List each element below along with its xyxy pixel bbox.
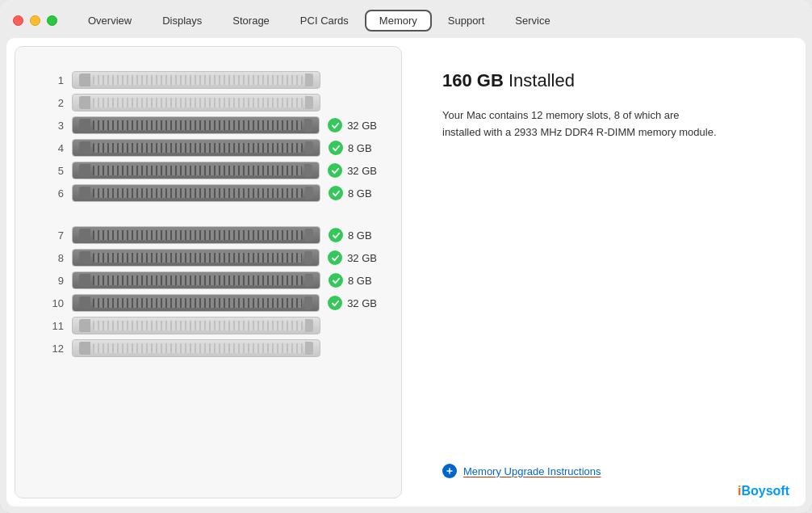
tab-memory[interactable]: Memory [365, 10, 432, 32]
slot-status-8: 32 GB [328, 250, 377, 265]
slot-bar-3 [72, 116, 320, 134]
slot-size-8: 32 GB [347, 252, 377, 264]
slot-size-5: 32 GB [347, 165, 377, 177]
slot-number-2: 2 [48, 97, 64, 109]
slot-bar-12 [72, 339, 320, 357]
slot-row-9: 9 8 GB [48, 271, 377, 289]
slot-check-icon-10 [328, 296, 342, 310]
slot-bar-11 [72, 317, 320, 334]
main-window: Overview Displays Storage PCI Cards Memo… [0, 0, 812, 513]
slot-status-4: 8 GB [329, 141, 377, 155]
slot-number-11: 11 [48, 320, 64, 332]
tab-storage[interactable]: Storage [218, 10, 284, 32]
slot-bar-7 [72, 226, 320, 244]
slot-group-1: 1 2 [48, 71, 377, 202]
slot-number-9: 9 [48, 275, 64, 287]
tab-overview[interactable]: Overview [73, 10, 146, 32]
slot-status-6: 8 GB [329, 186, 377, 200]
slot-bar-4 [72, 139, 320, 157]
slot-size-10: 32 GB [347, 297, 377, 309]
tab-service[interactable]: Service [500, 10, 564, 32]
slot-number-8: 8 [48, 252, 64, 264]
slot-bar-8 [72, 249, 320, 267]
slot-size-3: 32 GB [347, 120, 377, 132]
slot-row-6: 6 8 GB [48, 184, 377, 202]
slot-check-icon-7 [329, 228, 343, 242]
slot-row-8: 8 32 GB [48, 249, 377, 267]
slot-status-3: 32 GB [328, 118, 377, 132]
slot-size-6: 8 GB [348, 187, 372, 200]
memory-installed-suffix: Installed [504, 70, 575, 90]
memory-upgrade-link[interactable]: Memory Upgrade Instructions [442, 464, 601, 478]
slot-row-12: 12 [48, 339, 377, 357]
tab-support[interactable]: Support [433, 10, 500, 32]
slot-bar-5 [72, 162, 320, 179]
slot-status-5: 32 GB [328, 163, 377, 178]
slot-bar-1 [72, 71, 320, 89]
slot-group-2: 7 8 GB [48, 226, 377, 357]
maximize-button[interactable] [47, 15, 57, 26]
slot-size-4: 8 GB [348, 142, 372, 154]
slot-status-7: 8 GB [329, 228, 377, 242]
content-area: 1 2 [6, 38, 806, 507]
slot-number-4: 4 [48, 142, 64, 154]
slot-number-3: 3 [48, 120, 64, 132]
slot-row-7: 7 8 GB [48, 226, 377, 244]
slot-number-10: 10 [48, 297, 64, 309]
slot-check-icon-4 [329, 141, 343, 155]
memory-installed-title: 160 GB Installed [442, 70, 773, 91]
iboysoft-text: Boysoft [741, 484, 789, 498]
tab-displays[interactable]: Displays [148, 10, 216, 32]
slot-number-5: 5 [48, 165, 64, 177]
slot-check-icon-5 [328, 163, 342, 178]
memory-size: 160 GB [442, 70, 504, 90]
slot-check-icon-9 [329, 273, 343, 288]
minimize-button[interactable] [30, 15, 40, 26]
slot-size-7: 8 GB [348, 229, 372, 242]
slot-row-10: 10 32 GB [48, 294, 377, 312]
slot-bar-6 [72, 184, 320, 202]
slot-size-9: 8 GB [348, 275, 372, 287]
memory-description: Your Mac contains 12 memory slots, 8 of … [442, 107, 717, 141]
slot-check-icon-3 [328, 118, 342, 132]
tab-bar: Overview Displays Storage PCI Cards Memo… [73, 10, 799, 32]
slot-row-1: 1 [48, 71, 377, 89]
tab-memory-wrapper: Memory [365, 10, 432, 32]
slot-status-9: 8 GB [329, 273, 377, 288]
slot-check-icon-8 [328, 250, 342, 265]
tab-pci-cards[interactable]: PCI Cards [286, 10, 363, 32]
slot-number-1: 1 [48, 74, 64, 86]
titlebar: Overview Displays Storage PCI Cards Memo… [0, 0, 812, 32]
slot-bar-2 [72, 94, 320, 111]
memory-upgrade-label[interactable]: Memory Upgrade Instructions [463, 465, 601, 477]
slot-bar-10 [72, 294, 320, 312]
slot-row-11: 11 [48, 317, 377, 334]
traffic-lights [13, 15, 57, 26]
iboysoft-badge: iBoysoft [738, 484, 789, 498]
memory-info-panel: 160 GB Installed Your Mac contains 12 me… [410, 38, 806, 507]
slot-status-10: 32 GB [328, 296, 377, 310]
slot-bar-9 [72, 271, 320, 289]
memory-slots-panel: 1 2 [15, 46, 402, 498]
slot-check-icon-6 [329, 186, 343, 200]
slot-row-4: 4 8 GB [48, 139, 377, 157]
link-icon [442, 464, 457, 478]
slot-row-3: 3 32 GB [48, 116, 377, 134]
slot-number-12: 12 [48, 343, 64, 355]
close-button[interactable] [13, 15, 23, 26]
slot-row-2: 2 [48, 94, 377, 111]
slot-number-7: 7 [48, 229, 64, 242]
slot-number-6: 6 [48, 187, 64, 200]
slot-row-5: 5 32 GB [48, 162, 377, 179]
